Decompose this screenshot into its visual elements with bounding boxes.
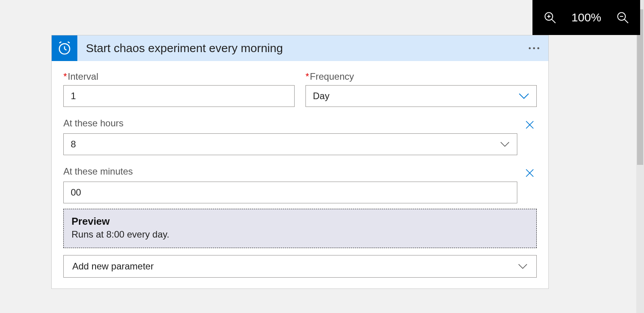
remove-hours-button[interactable] <box>523 118 537 132</box>
add-parameter-select[interactable]: Add new parameter <box>63 255 537 278</box>
chevron-down-icon <box>518 93 529 100</box>
interval-label: *Interval <box>63 71 295 82</box>
frequency-field: *Frequency Day <box>305 71 537 107</box>
zoom-out-icon[interactable] <box>616 11 629 24</box>
chevron-down-icon <box>500 141 510 147</box>
remove-minutes-button[interactable] <box>523 166 537 180</box>
hours-value: 8 <box>71 139 76 150</box>
minutes-value: 00 <box>71 187 81 198</box>
card-body: *Interval 1 *Frequency Day <box>52 61 548 289</box>
interval-value: 1 <box>71 91 76 101</box>
interval-field: *Interval 1 <box>63 71 295 107</box>
card-title: Start chaos experiment every morning <box>86 42 283 55</box>
minutes-label: At these minutes <box>63 166 517 177</box>
vertical-scrollbar[interactable] <box>636 0 644 313</box>
svg-point-10 <box>529 47 531 49</box>
alarm-clock-icon <box>52 35 77 61</box>
preview-title: Preview <box>72 215 529 227</box>
svg-line-9 <box>65 49 66 50</box>
zoom-toolbar: 100% <box>532 0 640 35</box>
preview-text: Runs at 8:00 every day. <box>72 229 529 240</box>
svg-line-1 <box>552 19 555 23</box>
zoom-in-icon[interactable] <box>543 11 557 24</box>
hours-label: At these hours <box>63 118 517 129</box>
svg-line-5 <box>625 19 628 23</box>
frequency-select[interactable]: Day <box>305 85 537 107</box>
interval-input[interactable]: 1 <box>63 85 295 107</box>
add-parameter-label: Add new parameter <box>72 261 154 272</box>
zoom-level-label: 100% <box>571 11 601 24</box>
frequency-label: *Frequency <box>305 71 537 82</box>
frequency-value: Day <box>313 91 330 101</box>
svg-point-11 <box>533 47 535 49</box>
hours-select[interactable]: 8 <box>63 133 517 155</box>
chevron-down-icon <box>518 263 528 269</box>
preview-box: Preview Runs at 8:00 every day. <box>63 209 537 248</box>
card-more-menu[interactable] <box>528 35 540 61</box>
recurrence-card: Start chaos experiment every morning *In… <box>51 35 549 289</box>
card-header[interactable]: Start chaos experiment every morning <box>52 35 548 61</box>
minutes-input[interactable]: 00 <box>63 182 517 203</box>
svg-point-12 <box>538 47 539 49</box>
